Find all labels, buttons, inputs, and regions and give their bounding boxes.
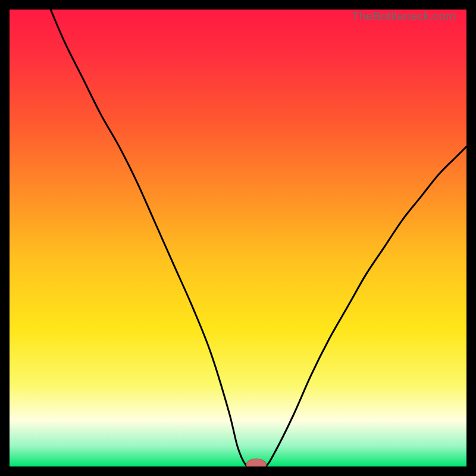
gradient-background	[10, 10, 466, 466]
watermark-text: TheBottleneck.com	[352, 10, 456, 23]
bottleneck-plot	[10, 10, 466, 466]
chart-frame: TheBottleneck.com	[10, 10, 466, 466]
